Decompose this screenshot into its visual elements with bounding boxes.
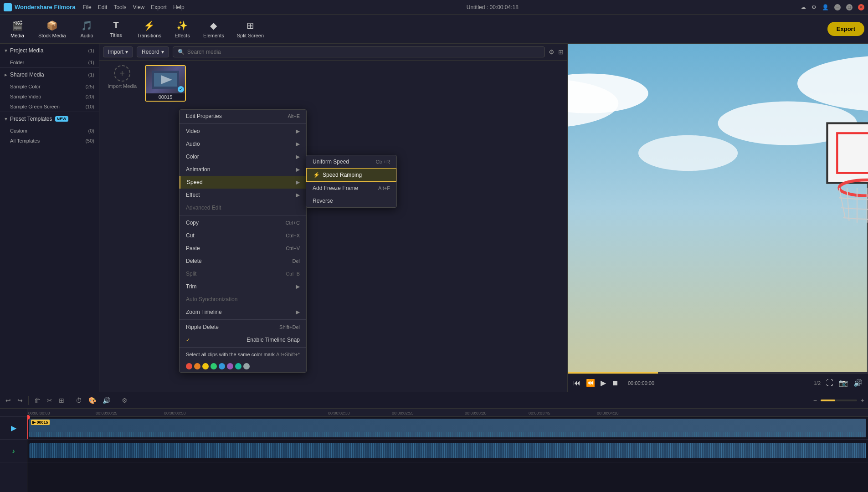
ctx-video[interactable]: Video ▶	[180, 125, 306, 138]
ctx-ripple-label: Ripple Delete	[186, 324, 219, 330]
tl-crop-button[interactable]: ⊞	[57, 395, 66, 406]
ctx-ripple-delete[interactable]: Ripple Delete Shift+Del	[180, 321, 306, 333]
tl-redo-button[interactable]: ↪	[15, 395, 25, 406]
menu-tools[interactable]: Tools	[113, 4, 126, 10]
menu-export[interactable]: Export	[151, 4, 167, 10]
settings-icon[interactable]: ⚙	[812, 4, 817, 10]
uniform-speed-item[interactable]: Uniform Speed Ctrl+R	[306, 155, 396, 168]
swatch-gray[interactable]	[243, 363, 250, 369]
menu-edit[interactable]: Edit	[98, 4, 108, 10]
zoom-in-icon[interactable]: +	[861, 397, 864, 404]
ctx-paste[interactable]: Paste Ctrl+V	[180, 242, 306, 255]
import-button[interactable]: Import ▾	[103, 46, 133, 57]
media-thumbnail-00015[interactable]: ✓ 00015	[145, 65, 186, 102]
menu-bar[interactable]: File Edit Tools View Export Help	[82, 4, 184, 10]
toolbar-elements[interactable]: ◆ Elements	[198, 17, 230, 41]
stop-button[interactable]: ⏹	[611, 379, 619, 387]
ctx-enable-snap[interactable]: ✓ Enable Timeline Snap	[180, 333, 306, 346]
tl-speed-button[interactable]: ⏱	[74, 395, 84, 406]
cloud-icon[interactable]: ☁	[801, 4, 806, 10]
video-clip[interactable]: ▶ 00015	[29, 419, 866, 437]
zoom-out-icon[interactable]: −	[813, 397, 817, 404]
swatch-purple[interactable]	[227, 363, 233, 369]
snapshot-button[interactable]: 📷	[839, 379, 848, 387]
tl-undo-button[interactable]: ↩	[4, 395, 13, 406]
toolbar-transitions[interactable]: ⚡ Transitions	[132, 17, 167, 41]
search-box[interactable]: 🔍	[173, 46, 545, 57]
sample-color-item[interactable]: Sample Color (25)	[0, 82, 99, 92]
sample-video-item[interactable]: Sample Video (20)	[0, 92, 99, 102]
preset-templates-header[interactable]: ▾ Preset Templates NEW	[0, 112, 99, 126]
edit-properties-label: Edit Properties	[186, 113, 222, 119]
swatch-teal[interactable]	[235, 363, 241, 369]
export-button[interactable]: Export	[827, 22, 864, 36]
tl-color-button[interactable]: 🎨	[87, 395, 98, 406]
audio-clip[interactable]	[29, 443, 866, 458]
maximize-button[interactable]: □	[846, 4, 853, 10]
add-freeze-frame-item[interactable]: Add Freeze Frame Alt+F	[306, 182, 396, 195]
record-button[interactable]: Record ▾	[137, 46, 169, 57]
minimize-button[interactable]: ─	[834, 4, 841, 10]
filter-icon[interactable]: ⚙	[549, 48, 555, 56]
toolbar-effects[interactable]: ✨ Effects	[169, 17, 196, 41]
toolbar-stock-media[interactable]: 📦 Stock Media	[33, 17, 72, 41]
menu-file[interactable]: File	[82, 4, 91, 10]
playhead[interactable]	[27, 417, 28, 439]
ctx-speed[interactable]: Speed ▶	[180, 176, 306, 189]
ctx-sep-1	[180, 123, 306, 124]
step-back-button[interactable]: ⏪	[586, 379, 595, 387]
audio-icon: 🎵	[81, 20, 92, 31]
swatch-blue[interactable]	[219, 363, 225, 369]
volume-button[interactable]: 🔊	[853, 379, 863, 387]
go-start-button[interactable]: ⏮	[573, 379, 580, 387]
import-area[interactable]: + Import Media	[104, 65, 140, 89]
ctx-audio[interactable]: Audio ▶	[180, 138, 306, 150]
sample-green-count: (10)	[85, 104, 94, 109]
swatch-green[interactable]	[211, 363, 217, 369]
tl-settings-button[interactable]: ⚙	[120, 395, 129, 406]
shared-media-header[interactable]: ▸ Shared Media (1)	[0, 68, 99, 82]
ctx-copy[interactable]: Copy Ctrl+C	[180, 216, 306, 229]
all-templates-item[interactable]: All Templates (50)	[0, 136, 99, 146]
toolbar-titles[interactable]: T Titles	[103, 17, 130, 41]
toolbar-audio[interactable]: 🎵 Audio	[73, 17, 101, 41]
menu-help[interactable]: Help	[173, 4, 185, 10]
grid-icon[interactable]: ⊞	[558, 48, 564, 56]
ctx-cut[interactable]: Cut Ctrl+X	[180, 229, 306, 242]
swatch-yellow[interactable]	[202, 363, 209, 369]
user-icon[interactable]: 👤	[822, 4, 829, 10]
tl-delete-button[interactable]: 🗑	[32, 395, 42, 406]
ctx-zoom-timeline[interactable]: Zoom Timeline ▶	[180, 306, 306, 318]
swatch-red[interactable]	[186, 363, 192, 369]
folder-item[interactable]: Folder (1)	[0, 57, 99, 67]
toolbar-split-screen[interactable]: ⊞ Split Screen	[231, 17, 269, 41]
toolbar-media[interactable]: 🎬 Media	[4, 17, 31, 41]
toolbar-audio-label: Audio	[80, 33, 93, 38]
swatch-orange[interactable]	[194, 363, 200, 369]
ctx-effect[interactable]: Effect ▶	[180, 189, 306, 201]
play-button[interactable]: ▶	[601, 379, 606, 387]
uniform-speed-label: Uniform Speed	[313, 159, 349, 165]
speed-ramping-item[interactable]: ⚡ Speed Ramping	[306, 168, 396, 182]
ctx-color[interactable]: Color ▶	[180, 150, 306, 163]
reverse-item[interactable]: Reverse	[306, 195, 396, 207]
import-plus-button[interactable]: +	[114, 65, 130, 82]
sample-green-screen-item[interactable]: Sample Green Screen (10)	[0, 102, 99, 112]
clip-label: ▶ 00015	[31, 420, 50, 425]
preview-panel: ⏮ ⏪ ▶ ⏹ 00:00:00:00 1/2 ⛶ 📷 🔊	[567, 44, 868, 392]
custom-item[interactable]: Custom (0)	[0, 126, 99, 136]
ctx-color-mark[interactable]: Select all clips with the same color mar…	[180, 348, 306, 360]
thumb-preview: ✓	[146, 66, 185, 93]
close-button[interactable]: ✕	[858, 4, 864, 10]
tl-split-button[interactable]: ✂	[45, 395, 54, 406]
ctx-edit-properties[interactable]: Edit Properties Alt+E	[180, 110, 306, 123]
ctx-trim[interactable]: Trim ▶	[180, 280, 306, 293]
ctx-delete[interactable]: Delete Del	[180, 255, 306, 267]
search-input[interactable]	[187, 49, 540, 55]
tl-volume-button[interactable]: 🔊	[101, 395, 112, 406]
menu-view[interactable]: View	[133, 4, 144, 10]
zoom-slider[interactable]	[821, 400, 857, 401]
project-media-header[interactable]: ▾ Project Media (1)	[0, 44, 99, 57]
fullscreen-button[interactable]: ⛶	[826, 379, 833, 387]
ctx-animation[interactable]: Animation ▶	[180, 163, 306, 176]
